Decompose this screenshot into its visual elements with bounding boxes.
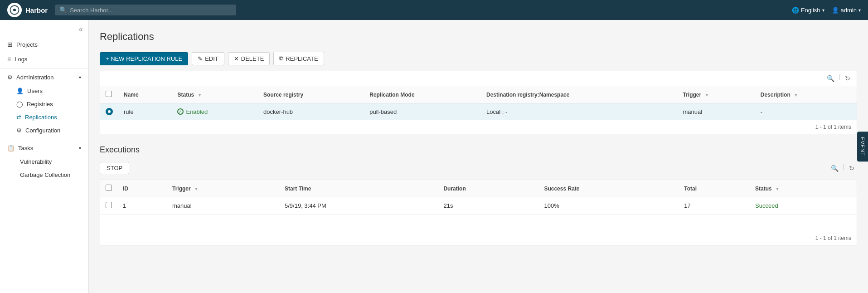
exec-header-duration: Duration [438,180,538,197]
exec-row-trigger: manual [167,197,279,215]
exec-row-checkbox[interactable] [100,197,117,215]
status-enabled: Enabled [177,108,252,115]
sidebar-item-registries[interactable]: ◯ Registries [0,98,88,111]
sort-icon-exec-status: ▼ [775,186,780,191]
search-box[interactable]: 🔍 [55,5,236,15]
admin-group-label: Administration [16,74,53,81]
app-logo[interactable]: Harbor [7,3,48,17]
executions-table-container: ID Trigger ▼ Start Time Duration Success… [100,180,857,245]
row-status: Enabled [172,103,258,120]
page-title: Replications [100,31,857,43]
user-icon: 👤 [832,7,839,14]
replicate-label: REPLICATE [286,55,318,62]
tasks-group-label: Tasks [18,145,33,151]
exec-header-start-time: Start Time [279,180,438,197]
executions-toolbar: STOP 🔍 | ↻ [100,162,857,174]
sidebar-sub-label: Replications [25,114,57,121]
topnav-right: 🌐 English ▾ 👤 admin ▾ [792,7,861,14]
exec-row-duration: 21s [438,197,538,215]
table-row[interactable]: rule Enabled docker-hub pull-based Local… [100,103,857,120]
sort-icon-status: ▼ [198,93,202,98]
row-source-registry: docker-hub [258,103,364,120]
chevron-down-icon-tasks: ▾ [79,146,81,151]
header-description: Description ▼ [755,86,857,103]
sidebar-divider [0,68,88,68]
divider-icon: | [839,73,840,84]
edit-label: EDIT [205,55,218,62]
executions-table: ID Trigger ▼ Start Time Duration Success… [100,180,857,231]
header-destination: Destination registry:Namespace [481,86,677,103]
globe-icon: 🌐 [792,7,799,14]
header-source-registry: Source registry [258,86,364,103]
user-menu[interactable]: 👤 admin ▾ [832,7,861,14]
stop-button[interactable]: STOP [100,162,129,174]
main-layout: « ⊞ Projects ≡ Logs ⚙ Administration ▾ 👤… [0,20,868,293]
sidebar-collapse-button[interactable]: « [0,24,88,37]
delete-label: DELETE [241,55,264,62]
sidebar-sub-label: Vulnerability [20,158,52,165]
new-replication-rule-button[interactable]: + NEW REPLICATION RULE [100,52,188,65]
header-trigger: Trigger ▼ [678,86,755,103]
language-label: English [801,7,820,14]
table-row-empty [100,215,857,231]
sidebar-sub-label: Garbage Collection [20,171,70,178]
replicate-button[interactable]: ⧉ REPLICATE [273,52,324,65]
sidebar-item-label: Projects [16,41,38,48]
chevron-down-icon-user: ▾ [858,8,861,13]
exec-header-status: Status ▼ [750,180,857,197]
event-tab[interactable]: EVENT [857,132,868,161]
delete-icon: ✕ [234,55,239,62]
sidebar-item-configuration[interactable]: ⚙ Configuration [0,124,88,137]
refresh-exec-icon[interactable]: ↻ [846,163,857,174]
sidebar-item-replications[interactable]: ⇄ Replications [0,111,88,124]
replications-table: Name Status ▼ Source registry Replicatio… [100,86,857,120]
sidebar-item-garbage-collection[interactable]: Garbage Collection [0,168,88,181]
replicate-icon: ⧉ [279,55,283,62]
admin-icon: ⚙ [7,74,13,81]
sidebar-divider-2 [0,139,88,139]
sidebar: « ⊞ Projects ≡ Logs ⚙ Administration ▾ 👤… [0,20,89,293]
exec-header-checkbox-col [100,180,117,197]
sidebar-item-logs[interactable]: ≡ Logs [0,52,88,66]
exec-row-status: Succeed [750,197,857,215]
sidebar-item-vulnerability[interactable]: Vulnerability [0,155,88,168]
sidebar-sub-label: Configuration [25,127,60,134]
row-description: - [755,103,857,120]
chevron-down-icon-admin: ▾ [79,75,81,80]
user-label: admin [841,7,857,14]
exec-header-trigger: Trigger ▼ [167,180,279,197]
sidebar-item-users[interactable]: 👤 Users [0,84,88,98]
header-status: Status ▼ [172,86,258,103]
search-input[interactable] [70,7,232,14]
replications-table-container: 🔍 | ↻ Name Status ▼ [100,71,857,134]
table-row[interactable]: 1 manual 5/9/19, 3:44 PM 21s 100% 17 Suc… [100,197,857,215]
sidebar-group-administration[interactable]: ⚙ Administration ▾ [0,70,88,84]
sort-icon-trigger: ▼ [705,93,709,98]
exec-select-all-checkbox[interactable] [106,185,112,191]
row-radio-col[interactable] [100,103,118,120]
edit-icon: ✎ [198,55,203,62]
tasks-icon: 📋 [7,145,15,151]
executions-body: 1 manual 5/9/19, 3:44 PM 21s 100% 17 Suc… [100,197,857,231]
sort-icon-exec-trigger: ▼ [194,186,199,191]
refresh-table-icon[interactable]: ↻ [842,73,853,84]
sidebar-item-projects[interactable]: ⊞ Projects [0,37,88,52]
row-name: rule [118,103,172,120]
select-all-checkbox[interactable] [106,91,112,97]
exec-header-id: ID [117,180,167,197]
search-exec-icon[interactable]: 🔍 [828,163,841,174]
replications-pagination: 1 - 1 of 1 items [100,120,857,134]
search-table-icon[interactable]: 🔍 [824,73,837,84]
status-dot-icon [177,108,184,115]
main-content: Replications + NEW REPLICATION RULE ✎ ED… [89,20,868,293]
exec-row-id: 1 [117,197,167,215]
registries-icon: ◯ [16,101,23,107]
edit-button[interactable]: ✎ EDIT [192,52,224,65]
row-destination: Local : - [481,103,677,120]
delete-button[interactable]: ✕ DELETE [228,52,270,65]
sort-icon-description: ▼ [794,93,798,98]
exec-header-total: Total [679,180,750,197]
language-selector[interactable]: 🌐 English ▾ [792,7,824,14]
exec-row-checkbox-input[interactable] [106,202,112,208]
sidebar-group-tasks[interactable]: 📋 Tasks ▾ [0,141,88,155]
